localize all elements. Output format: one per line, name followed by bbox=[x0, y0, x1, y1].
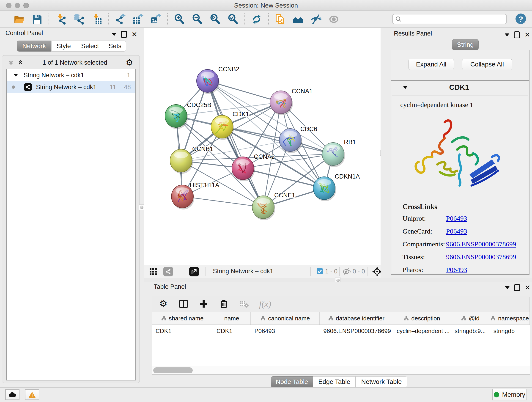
export-table-icon[interactable] bbox=[133, 14, 143, 25]
tab-string[interactable]: String bbox=[452, 39, 479, 50]
table-horizontal-scrollbar[interactable] bbox=[152, 366, 530, 375]
refresh-icon[interactable] bbox=[251, 14, 262, 25]
node-label: CCNA1 bbox=[292, 88, 313, 95]
zoom-out-icon[interactable] bbox=[192, 14, 203, 25]
uniprot-link[interactable]: P06493 bbox=[446, 215, 467, 222]
column-header[interactable]: description bbox=[393, 312, 451, 325]
panel-menu-icon[interactable] bbox=[112, 33, 116, 36]
table-menu-icon[interactable] bbox=[505, 286, 510, 289]
graphics-details-icon[interactable] bbox=[328, 14, 339, 25]
table-cell[interactable]: cyclin–dependent ... bbox=[393, 325, 451, 337]
current-network-dot-icon bbox=[12, 85, 15, 89]
toggle-panes-icon[interactable] bbox=[178, 299, 189, 309]
float-panel-icon[interactable] bbox=[121, 31, 127, 38]
import-network-database-icon[interactable] bbox=[73, 14, 84, 25]
table-float-icon[interactable] bbox=[514, 284, 520, 291]
pharos-link[interactable]: P06493 bbox=[446, 266, 467, 274]
zoom-selected-icon[interactable] bbox=[228, 14, 239, 25]
network-node-cdc25b[interactable]: CDC25B bbox=[165, 102, 211, 129]
tab-style[interactable]: Style bbox=[51, 41, 76, 51]
table-cell[interactable]: stringdb bbox=[490, 325, 530, 337]
left-splitter-handle[interactable] bbox=[139, 204, 144, 210]
table-cell[interactable]: stringdb:9... bbox=[451, 325, 490, 337]
tissues-link[interactable]: 9606.ENSP00000378699 bbox=[446, 253, 516, 261]
network-node-hist1h1a[interactable]: HIST1H1A bbox=[171, 182, 219, 210]
memory-status-icon bbox=[494, 392, 499, 397]
tab-node-table[interactable]: Node Table bbox=[271, 376, 313, 387]
column-header[interactable]: namespace bbox=[490, 312, 530, 325]
collapse-all-button[interactable]: Collapse All bbox=[462, 59, 512, 70]
network-graph[interactable]: CCNB2CCNA1CDC25BCDK1CDC6RB1CCNB1CCNA2CDK… bbox=[144, 28, 380, 265]
close-panel-icon[interactable]: ✕ bbox=[132, 32, 137, 37]
save-session-icon[interactable] bbox=[32, 14, 43, 25]
table-close-icon[interactable]: ✕ bbox=[525, 285, 530, 290]
node-table[interactable]: shared namename canonical name database … bbox=[152, 312, 530, 375]
column-header[interactable]: database identifier bbox=[320, 312, 393, 325]
selected-checkbox-icon[interactable] bbox=[317, 268, 323, 274]
tab-edge-table[interactable]: Edge Table bbox=[313, 376, 355, 387]
genecard-link[interactable]: P06493 bbox=[446, 227, 467, 235]
table-cell[interactable]: P06493 bbox=[251, 325, 320, 337]
expand-all-icon[interactable] bbox=[17, 59, 24, 66]
results-close-icon[interactable]: ✕ bbox=[525, 32, 530, 38]
compartments-link[interactable]: 9606.ENSP00000378699 bbox=[446, 240, 516, 248]
export-network-icon[interactable] bbox=[114, 14, 126, 25]
search-input[interactable] bbox=[401, 15, 506, 23]
table-cell[interactable]: CDK1 bbox=[213, 325, 251, 337]
gene-collapse-icon[interactable] bbox=[403, 86, 408, 89]
network-style-icon[interactable] bbox=[163, 267, 173, 276]
table-panel-title: Table Panel bbox=[154, 283, 186, 290]
window-title: Session: New Session bbox=[0, 2, 532, 9]
hide-selected-icon[interactable] bbox=[310, 14, 322, 25]
network-edge[interactable] bbox=[182, 196, 263, 207]
network-view[interactable]: CCNB2CCNA1CDC25BCDK1CDC6RB1CCNB1CCNA2CDK… bbox=[144, 28, 380, 265]
import-network-file-icon[interactable] bbox=[55, 14, 66, 25]
network-node-rb1[interactable]: RB1 bbox=[322, 139, 356, 167]
collapse-all-icon[interactable] bbox=[7, 59, 14, 66]
node-label: CCNB1 bbox=[192, 146, 213, 153]
zoom-fit-icon[interactable] bbox=[210, 14, 221, 25]
search-box[interactable] bbox=[392, 14, 507, 24]
scrollbar-thumb[interactable] bbox=[153, 367, 193, 373]
table-cell[interactable]: CDK1 bbox=[152, 325, 213, 337]
results-menu-icon[interactable] bbox=[505, 33, 509, 36]
column-header[interactable]: name bbox=[213, 312, 251, 325]
duplicate-network-icon[interactable] bbox=[275, 14, 286, 25]
column-header[interactable]: canonical name bbox=[251, 312, 320, 325]
network-node-cdkn1a[interactable]: CDKN1A bbox=[313, 173, 360, 201]
table-cell[interactable]: 9606.ENSP00000378699 bbox=[320, 325, 393, 337]
network-view-title: String Network – cdk1 bbox=[213, 268, 273, 275]
network-node-ccna1[interactable]: CCNA1 bbox=[270, 88, 313, 115]
tab-select[interactable]: Select bbox=[76, 41, 104, 51]
network-row[interactable]: String Network – cdk1 11 48 bbox=[7, 81, 135, 93]
column-header[interactable]: @id bbox=[451, 312, 490, 325]
tab-network[interactable]: Network bbox=[17, 41, 51, 51]
column-header[interactable]: shared name bbox=[152, 312, 213, 325]
help-button[interactable]: ? bbox=[515, 13, 526, 24]
delete-column-trash-icon[interactable] bbox=[219, 299, 229, 309]
open-in-new-window-icon[interactable] bbox=[189, 267, 199, 276]
open-session-icon[interactable] bbox=[14, 14, 25, 25]
network-options-gear-icon[interactable]: ⚙ bbox=[126, 58, 133, 67]
import-table-file-icon[interactable] bbox=[91, 14, 102, 25]
first-neighbors-icon[interactable] bbox=[293, 14, 304, 25]
results-float-icon[interactable] bbox=[514, 32, 520, 38]
network-node-ccnb2[interactable]: CCNB2 bbox=[196, 66, 239, 94]
node-label: HIST1H1A bbox=[190, 182, 219, 189]
birdseye-view-icon[interactable] bbox=[372, 267, 382, 276]
collection-collapse-icon[interactable] bbox=[13, 74, 18, 77]
grid-view-icon[interactable] bbox=[149, 268, 157, 276]
tab-sets[interactable]: Sets bbox=[104, 41, 126, 51]
network-collection-row[interactable]: String Network – cdk1 1 bbox=[7, 69, 135, 81]
network-node-cdk1[interactable]: CDK1 bbox=[211, 111, 249, 140]
table-row[interactable]: CDK1CDK1P064939606.ENSP00000378699cyclin… bbox=[152, 325, 530, 337]
create-column-plus-icon[interactable] bbox=[199, 299, 209, 309]
table-settings-gear-icon[interactable]: ⚙ bbox=[158, 299, 168, 309]
cloud-button[interactable] bbox=[5, 389, 19, 400]
warnings-button[interactable] bbox=[25, 389, 39, 400]
zoom-in-icon[interactable] bbox=[174, 14, 185, 25]
expand-all-button[interactable]: Expand All bbox=[409, 59, 454, 70]
memory-button[interactable]: Memory bbox=[492, 389, 527, 400]
export-image-icon[interactable] bbox=[150, 14, 161, 25]
tab-network-table[interactable]: Network Table bbox=[355, 376, 407, 387]
